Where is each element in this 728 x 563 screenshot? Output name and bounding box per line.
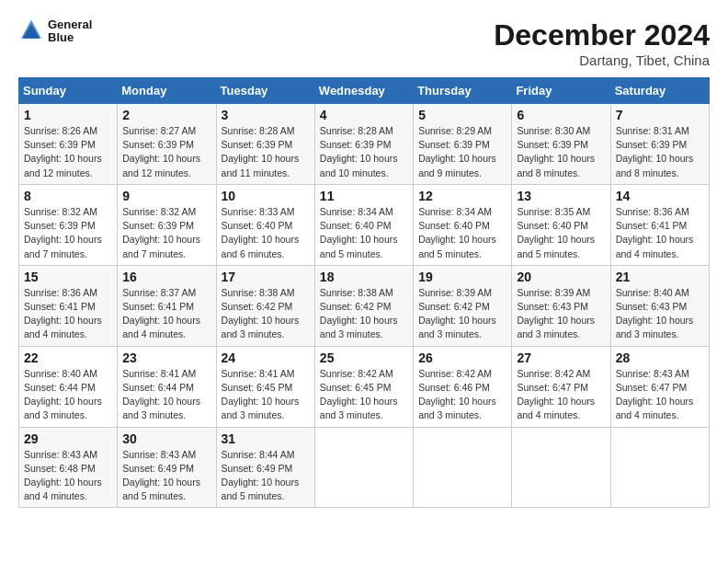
day-number: 15: [24, 270, 112, 284]
calendar-week-row: 22 Sunrise: 8:40 AMSunset: 6:44 PMDaylig…: [19, 346, 710, 427]
day-number: 24: [222, 350, 310, 365]
day-info: Sunrise: 8:41 AMSunset: 6:44 PMDaylight:…: [122, 368, 200, 421]
day-number: 23: [122, 350, 210, 365]
day-info: Sunrise: 8:38 AMSunset: 6:42 PMDaylight:…: [320, 287, 398, 340]
day-info: Sunrise: 8:38 AMSunset: 6:42 PMDaylight:…: [222, 287, 300, 340]
day-cell: 27 Sunrise: 8:42 AMSunset: 6:47 PMDaylig…: [512, 346, 610, 427]
day-number: 14: [616, 189, 704, 203]
day-cell: 20 Sunrise: 8:39 AMSunset: 6:43 PMDaylig…: [512, 265, 610, 346]
day-number: 19: [418, 270, 506, 284]
day-info: Sunrise: 8:35 AMSunset: 6:40 PMDaylight:…: [517, 206, 595, 259]
day-cell: 11 Sunrise: 8:34 AMSunset: 6:40 PMDaylig…: [314, 184, 413, 265]
day-number: 27: [517, 350, 605, 365]
day-number: 2: [122, 108, 210, 122]
day-info: Sunrise: 8:33 AMSunset: 6:40 PMDaylight:…: [222, 206, 300, 259]
day-number: 11: [320, 189, 408, 203]
day-info: Sunrise: 8:42 AMSunset: 6:46 PMDaylight:…: [418, 368, 496, 421]
day-number: 5: [418, 108, 506, 122]
day-cell: 31 Sunrise: 8:44 AMSunset: 6:49 PMDaylig…: [216, 427, 314, 508]
day-info: Sunrise: 8:39 AMSunset: 6:42 PMDaylight:…: [418, 287, 496, 340]
calendar-table: Sunday Monday Tuesday Wednesday Thursday…: [18, 77, 710, 508]
calendar-week-row: 15 Sunrise: 8:36 AMSunset: 6:41 PMDaylig…: [19, 265, 710, 346]
day-number: 21: [616, 270, 704, 284]
day-number: 7: [616, 108, 704, 122]
header-thursday: Thursday: [414, 78, 512, 104]
title-block: December 2024 Dartang, Tibet, China: [494, 18, 710, 68]
logo-text: General Blue: [48, 18, 92, 45]
day-info: Sunrise: 8:27 AMSunset: 6:39 PMDaylight:…: [122, 125, 200, 178]
empty-cell: [314, 427, 413, 508]
day-number: 18: [320, 270, 408, 284]
calendar-week-row: 1 Sunrise: 8:26 AMSunset: 6:39 PMDayligh…: [19, 104, 710, 185]
day-info: Sunrise: 8:40 AMSunset: 6:44 PMDaylight:…: [24, 368, 102, 421]
day-cell: 5 Sunrise: 8:29 AMSunset: 6:39 PMDayligh…: [414, 104, 512, 185]
day-number: 8: [24, 189, 112, 203]
day-cell: 21 Sunrise: 8:40 AMSunset: 6:43 PMDaylig…: [610, 265, 709, 346]
day-cell: 24 Sunrise: 8:41 AMSunset: 6:45 PMDaylig…: [216, 346, 314, 427]
day-info: Sunrise: 8:43 AMSunset: 6:48 PMDaylight:…: [24, 449, 102, 502]
day-info: Sunrise: 8:28 AMSunset: 6:39 PMDaylight:…: [320, 125, 398, 178]
day-cell: 14 Sunrise: 8:36 AMSunset: 6:41 PMDaylig…: [610, 184, 709, 265]
day-number: 30: [122, 431, 210, 446]
header-wednesday: Wednesday: [314, 78, 413, 104]
day-cell: 15 Sunrise: 8:36 AMSunset: 6:41 PMDaylig…: [19, 265, 118, 346]
day-cell: 29 Sunrise: 8:43 AMSunset: 6:48 PMDaylig…: [19, 427, 118, 508]
empty-cell: [610, 427, 709, 508]
day-info: Sunrise: 8:34 AMSunset: 6:40 PMDaylight:…: [418, 206, 496, 259]
month-title: December 2024: [494, 18, 710, 52]
day-info: Sunrise: 8:32 AMSunset: 6:39 PMDaylight:…: [24, 206, 102, 259]
day-cell: 26 Sunrise: 8:42 AMSunset: 6:46 PMDaylig…: [414, 346, 512, 427]
day-number: 6: [517, 108, 605, 122]
weekday-header-row: Sunday Monday Tuesday Wednesday Thursday…: [19, 78, 710, 104]
day-info: Sunrise: 8:31 AMSunset: 6:39 PMDaylight:…: [616, 125, 694, 178]
header-saturday: Saturday: [610, 78, 709, 104]
day-cell: 4 Sunrise: 8:28 AMSunset: 6:39 PMDayligh…: [314, 104, 413, 185]
day-cell: 22 Sunrise: 8:40 AMSunset: 6:44 PMDaylig…: [19, 346, 118, 427]
day-info: Sunrise: 8:29 AMSunset: 6:39 PMDaylight:…: [418, 125, 496, 178]
day-info: Sunrise: 8:39 AMSunset: 6:43 PMDaylight:…: [517, 287, 595, 340]
day-number: 1: [24, 108, 112, 122]
day-cell: 19 Sunrise: 8:39 AMSunset: 6:42 PMDaylig…: [414, 265, 512, 346]
day-cell: 12 Sunrise: 8:34 AMSunset: 6:40 PMDaylig…: [414, 184, 512, 265]
day-number: 31: [222, 431, 310, 446]
day-number: 17: [222, 270, 310, 284]
day-cell: 9 Sunrise: 8:32 AMSunset: 6:39 PMDayligh…: [118, 184, 216, 265]
day-number: 16: [122, 270, 210, 284]
day-number: 22: [24, 350, 112, 365]
day-cell: 2 Sunrise: 8:27 AMSunset: 6:39 PMDayligh…: [118, 104, 216, 185]
day-cell: 10 Sunrise: 8:33 AMSunset: 6:40 PMDaylig…: [216, 184, 314, 265]
calendar-week-row: 8 Sunrise: 8:32 AMSunset: 6:39 PMDayligh…: [19, 184, 710, 265]
calendar-week-row: 29 Sunrise: 8:43 AMSunset: 6:48 PMDaylig…: [19, 427, 710, 508]
location: Dartang, Tibet, China: [494, 52, 710, 68]
day-cell: 28 Sunrise: 8:43 AMSunset: 6:47 PMDaylig…: [610, 346, 709, 427]
day-number: 20: [517, 270, 605, 284]
day-cell: 13 Sunrise: 8:35 AMSunset: 6:40 PMDaylig…: [512, 184, 610, 265]
header-sunday: Sunday: [19, 78, 118, 104]
day-info: Sunrise: 8:42 AMSunset: 6:45 PMDaylight:…: [320, 368, 398, 421]
logo: General Blue: [18, 18, 92, 45]
day-cell: 18 Sunrise: 8:38 AMSunset: 6:42 PMDaylig…: [314, 265, 413, 346]
day-cell: 23 Sunrise: 8:41 AMSunset: 6:44 PMDaylig…: [118, 346, 216, 427]
day-info: Sunrise: 8:34 AMSunset: 6:40 PMDaylight:…: [320, 206, 398, 259]
day-number: 29: [24, 431, 112, 446]
day-cell: 25 Sunrise: 8:42 AMSunset: 6:45 PMDaylig…: [314, 346, 413, 427]
page-header: General Blue December 2024 Dartang, Tibe…: [18, 18, 710, 68]
day-number: 9: [122, 189, 210, 203]
header-friday: Friday: [512, 78, 610, 104]
day-cell: 1 Sunrise: 8:26 AMSunset: 6:39 PMDayligh…: [19, 104, 118, 185]
day-info: Sunrise: 8:43 AMSunset: 6:49 PMDaylight:…: [122, 449, 200, 502]
day-info: Sunrise: 8:37 AMSunset: 6:41 PMDaylight:…: [122, 287, 200, 340]
day-number: 13: [517, 189, 605, 203]
day-number: 4: [320, 108, 408, 122]
logo-line1: General: [48, 18, 92, 31]
day-info: Sunrise: 8:41 AMSunset: 6:45 PMDaylight:…: [222, 368, 300, 421]
day-cell: 6 Sunrise: 8:30 AMSunset: 6:39 PMDayligh…: [512, 104, 610, 185]
header-tuesday: Tuesday: [216, 78, 314, 104]
day-info: Sunrise: 8:36 AMSunset: 6:41 PMDaylight:…: [616, 206, 694, 259]
day-number: 28: [616, 350, 704, 365]
day-cell: 8 Sunrise: 8:32 AMSunset: 6:39 PMDayligh…: [19, 184, 118, 265]
day-cell: 30 Sunrise: 8:43 AMSunset: 6:49 PMDaylig…: [118, 427, 216, 508]
header-monday: Monday: [118, 78, 216, 104]
empty-cell: [512, 427, 610, 508]
day-info: Sunrise: 8:42 AMSunset: 6:47 PMDaylight:…: [517, 368, 595, 421]
